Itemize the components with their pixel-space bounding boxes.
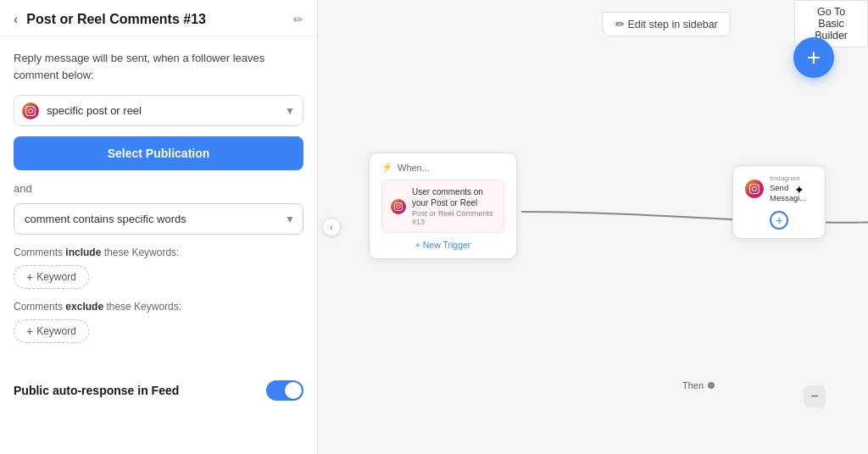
exclude-keywords-label: Comments exclude these Keywords: bbox=[14, 301, 303, 313]
public-auto-response-label: Public auto-response in Feed bbox=[14, 384, 179, 397]
back-button[interactable]: ‹ bbox=[14, 12, 18, 27]
add-include-keyword-label: Keyword bbox=[36, 271, 76, 283]
public-auto-response-toggle[interactable] bbox=[266, 380, 303, 401]
remove-action-button[interactable]: − bbox=[804, 385, 826, 407]
sidebar: ‹ Post or Reel Comments #13 ✏ Reply mess… bbox=[0, 0, 318, 454]
select-publication-button[interactable]: Select Publication bbox=[14, 136, 303, 170]
flow-add-action-button[interactable]: + bbox=[770, 211, 788, 230]
flow-trigger-sub: Post or Reel Comments #13 bbox=[412, 209, 495, 226]
flow-new-trigger-button[interactable]: + New Trigger bbox=[381, 240, 504, 250]
collapse-sidebar-button[interactable]: ‹ bbox=[322, 218, 341, 236]
post-type-dropdown-container: specific post or reel ▼ bbox=[14, 95, 303, 126]
comment-filter-select[interactable]: comment contains specific words bbox=[14, 203, 303, 235]
add-exclude-keyword-label: Keyword bbox=[36, 325, 76, 337]
edit-title-icon[interactable]: ✏ bbox=[293, 13, 303, 26]
flow-trigger-text: User comments on your Post or Reel bbox=[412, 186, 495, 208]
then-row: Then bbox=[682, 380, 715, 390]
flow-action-card: Instagram Send Messagi... ✦ + bbox=[732, 165, 826, 239]
flow-trigger-instagram-icon bbox=[391, 199, 406, 214]
sidebar-body: Reply message will be sent, when a follo… bbox=[0, 36, 317, 454]
flow-action-label: Send Messagi... bbox=[770, 183, 813, 204]
instagram-icon bbox=[22, 102, 39, 119]
and-label: and bbox=[14, 182, 303, 195]
flow-when-card: ⚡ When... User comments on your Post or … bbox=[369, 152, 517, 259]
description-text: Reply message will be sent, when a follo… bbox=[14, 50, 303, 83]
edit-step-button[interactable]: ✏ Edit step in sidebar bbox=[603, 12, 731, 36]
public-auto-response-row: Public auto-response in Feed bbox=[14, 367, 303, 401]
include-keywords-label: Comments include these Keywords: bbox=[14, 246, 303, 258]
add-exclude-keyword-button[interactable]: + Keyword bbox=[14, 319, 89, 343]
add-include-keyword-button[interactable]: + Keyword bbox=[14, 265, 89, 289]
flow-action-platform: Instagram bbox=[770, 174, 813, 182]
add-step-fab-button[interactable]: + bbox=[793, 37, 834, 78]
sidebar-header: ‹ Post or Reel Comments #13 ✏ bbox=[0, 0, 317, 36]
flow-trigger-item[interactable]: User comments on your Post or Reel Post … bbox=[381, 180, 504, 233]
then-label: Then bbox=[682, 380, 704, 390]
spark-icon: ✦ bbox=[794, 183, 804, 197]
canvas: ✏ Edit step in sidebar Go To Basic Build… bbox=[318, 0, 868, 454]
then-dot bbox=[708, 382, 715, 389]
flow-action-instagram-icon bbox=[745, 180, 764, 198]
lightning-icon: ⚡ bbox=[381, 162, 393, 173]
post-type-select[interactable]: specific post or reel bbox=[14, 95, 303, 126]
comment-filter-dropdown-container: comment contains specific words ▼ bbox=[14, 203, 303, 235]
canvas-toolbar: ✏ Edit step in sidebar Go To Basic Build… bbox=[318, 0, 868, 47]
page-title: Post or Reel Comments #13 bbox=[26, 12, 293, 27]
flow-when-title: ⚡ When... bbox=[381, 162, 504, 173]
plus-icon-2: + bbox=[26, 324, 33, 338]
plus-icon: + bbox=[26, 270, 33, 284]
